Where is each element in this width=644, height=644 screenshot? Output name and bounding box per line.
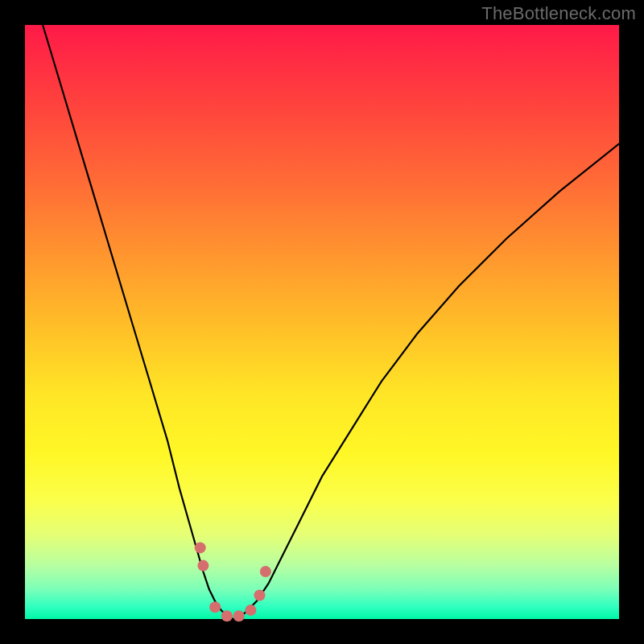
right-branch-line bbox=[233, 144, 619, 619]
curve-group bbox=[25, 0, 619, 619]
marker-dot bbox=[209, 601, 221, 613]
left-branch-line bbox=[25, 0, 233, 619]
marker-dot bbox=[254, 590, 266, 601]
marker-dot bbox=[195, 542, 206, 553]
outer-frame: TheBottleneck.com bbox=[0, 0, 644, 644]
chart-svg bbox=[25, 25, 619, 619]
marker-dot bbox=[245, 605, 256, 616]
marker-dot bbox=[197, 560, 208, 572]
plot-area bbox=[25, 25, 619, 619]
watermark-text: TheBottleneck.com bbox=[481, 3, 636, 24]
marker-dot bbox=[221, 610, 233, 621]
marker-dot bbox=[260, 566, 271, 577]
marker-dot bbox=[233, 610, 245, 621]
